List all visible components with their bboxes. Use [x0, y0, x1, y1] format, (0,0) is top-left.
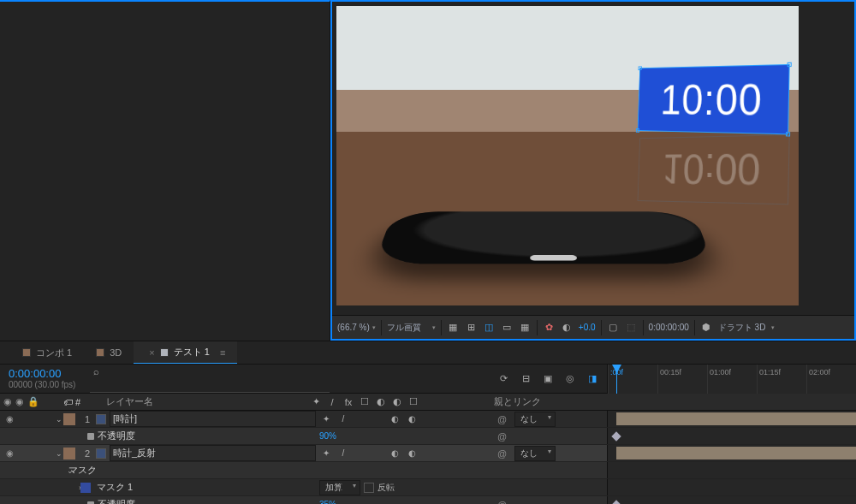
visibility-icon[interactable]: ◉	[3, 413, 15, 425]
layer-color-tag[interactable]	[63, 413, 75, 425]
pickwhip-icon[interactable]: @	[497, 500, 509, 505]
ruler-tick: 02:00f	[806, 365, 856, 394]
property-name: 不透明度	[98, 498, 135, 504]
switch-col-3d[interactable]: ☐	[407, 396, 420, 407]
handle-tl[interactable]	[639, 66, 642, 70]
twirl-right-icon[interactable]: ›	[55, 483, 79, 492]
parent-column[interactable]: 親とリンク	[489, 395, 602, 408]
transparency-icon[interactable]: ▦	[519, 321, 532, 334]
parent-dropdown[interactable]: なし	[514, 446, 556, 461]
exposure-value[interactable]: +0.0	[579, 323, 596, 332]
quality-dropdown[interactable]: フル画質▾	[387, 322, 436, 334]
property-group-row[interactable]: ⌄ マスク	[0, 462, 856, 479]
parent-dropdown[interactable]: なし	[514, 412, 556, 427]
zoom-dropdown[interactable]: (66.7 %)▾	[337, 323, 376, 332]
pickwhip-icon[interactable]: @	[497, 448, 509, 459]
switches-columns: ✦ / fx ☐ ◐ ◐ ☐	[306, 396, 484, 407]
mask-toggle-icon[interactable]: ◫	[483, 321, 496, 334]
preview-image: 10:00 10:00	[336, 6, 799, 305]
switch-col-fx[interactable]: fx	[342, 396, 355, 407]
grid-icon[interactable]: ▦	[447, 321, 460, 334]
mask-mode-dropdown[interactable]: 加算	[319, 480, 360, 495]
handle-tr[interactable]	[788, 62, 792, 67]
preview-canvas[interactable]: 10:00 10:00	[332, 2, 854, 315]
snapshot-icon[interactable]: ▢	[607, 321, 620, 334]
mask-invert-checkbox[interactable]	[364, 483, 374, 493]
column-headers: ◉ ◉ 🔒 🏷 # レイヤー名 ✦ / fx ☐ ◐ ◐ ☐ 親とリンク	[0, 394, 856, 411]
layer-search[interactable]: ⌕	[90, 365, 330, 393]
property-row[interactable]: 不透明度 90% @	[0, 428, 856, 445]
switch-shy[interactable]: ✦	[319, 448, 333, 459]
timeline-tabs: コンポ 1 3D ×テスト 1≡	[0, 341, 856, 365]
layer-row[interactable]: ◉ ⌄ 1 [時計] ✦ / ◐ ◐ @ なし	[0, 411, 856, 428]
mask-row[interactable]: › マスク 1 加算 反転	[0, 479, 856, 496]
lock-column-icon[interactable]: 🔒	[27, 396, 39, 407]
timeline-snap-icon[interactable]: ◨	[585, 371, 600, 387]
switch-collapse[interactable]: /	[336, 413, 350, 424]
tab-comp1[interactable]: コンポ 1	[10, 341, 84, 364]
opacity-value[interactable]: 35%	[319, 500, 336, 504]
comp-layer-icon	[96, 414, 106, 424]
switch-col-moblur[interactable]: ◐	[374, 396, 388, 407]
playhead[interactable]	[616, 365, 617, 394]
solo-column-icon[interactable]: ◉	[15, 396, 24, 407]
keyframe-icon[interactable]	[611, 431, 621, 441]
stopwatch-icon[interactable]	[87, 433, 94, 440]
visibility-icon[interactable]: ◉	[3, 448, 15, 460]
clock-layer[interactable]: 10:00	[638, 64, 790, 134]
handle-bl[interactable]	[636, 128, 639, 133]
opacity-value[interactable]: 90%	[319, 431, 336, 441]
name-column[interactable]: レイヤー名	[89, 395, 300, 408]
ruler-tick: 00:15f	[657, 365, 707, 394]
exposure-reset-icon[interactable]: ◐	[561, 321, 574, 334]
tab-test1[interactable]: ×テスト 1≡	[134, 341, 237, 364]
mask-name[interactable]: マスク 1	[94, 480, 316, 495]
renderer-icon[interactable]: ⬢	[700, 321, 713, 334]
label-column-icon[interactable]: 🏷	[63, 397, 73, 407]
time-ruler[interactable]: :00f 00:15f 01:00f 01:15f 02:00f	[607, 365, 856, 394]
layer-duration-bar[interactable]	[616, 447, 856, 460]
composition-viewer: 10:00 10:00 (66.7 %)▾ フル画質▾ ▦ ⊞ ◫ ▭ ▦	[330, 0, 856, 341]
switch-col-frameblend[interactable]: ☐	[358, 396, 372, 407]
switch-moblur[interactable]: ◐	[388, 448, 401, 459]
switch-shy[interactable]: ✦	[319, 413, 333, 424]
property-row[interactable]: 不透明度 35% @	[0, 496, 856, 504]
frame-blend-icon[interactable]: ⊟	[518, 371, 533, 387]
switch-col-collapse[interactable]: /	[325, 396, 339, 407]
color-mgmt-icon[interactable]: ✿	[543, 321, 556, 334]
keyframe-icon[interactable]	[611, 500, 621, 504]
layer-color-tag[interactable]	[63, 448, 75, 460]
project-panel-area	[0, 0, 330, 341]
layer-name-field[interactable]: 時計_反射	[110, 445, 316, 461]
twirl-down-icon[interactable]: ⌄	[55, 466, 67, 475]
layer-name-field[interactable]: [時計]	[110, 411, 316, 427]
graph-editor-icon[interactable]: ◎	[562, 371, 578, 387]
layer-row[interactable]: ◉ ⌄ 2 時計_反射 ✦ / ◐ ◐ @ なし	[0, 445, 856, 462]
twirl-down-icon[interactable]: ⌄	[55, 415, 63, 424]
guides-icon[interactable]: ⊞	[465, 321, 478, 334]
pickwhip-icon[interactable]: @	[497, 431, 509, 442]
timeline-timecode[interactable]: 0:00:00:00 00000 (30.00 fps)	[0, 365, 90, 393]
switch-col-shy[interactable]: ✦	[309, 396, 323, 407]
region-icon[interactable]: ▭	[501, 321, 514, 334]
switch-collapse[interactable]: /	[336, 448, 350, 459]
switch-adjust[interactable]: ◐	[405, 448, 419, 459]
switch-moblur[interactable]: ◐	[388, 413, 401, 424]
shy-toggle-icon[interactable]: ⟳	[496, 371, 511, 387]
viewer-timecode[interactable]: 0:00:00:00	[649, 323, 689, 332]
viewer-toolbar: (66.7 %)▾ フル画質▾ ▦ ⊞ ◫ ▭ ▦ ✿ ◐ +0.0 ▢ ⬚ 0…	[332, 315, 854, 339]
layer-duration-bar[interactable]	[616, 412, 856, 425]
av-column-icon[interactable]: ◉	[3, 396, 12, 407]
show-snapshot-icon[interactable]: ⬚	[625, 321, 638, 334]
stopwatch-icon[interactable]	[87, 501, 94, 505]
motion-blur-icon[interactable]: ▣	[540, 371, 556, 387]
ruler-tick: 01:00f	[707, 365, 757, 394]
renderer-dropdown[interactable]: ドラフト 3D▾	[718, 322, 776, 334]
twirl-down-icon[interactable]: ⌄	[55, 449, 63, 458]
clock-text: 10:00	[638, 65, 788, 135]
switch-col-adjust[interactable]: ◐	[390, 396, 404, 407]
pickwhip-icon[interactable]: @	[497, 414, 509, 424]
tab-3d[interactable]: 3D	[84, 341, 134, 364]
switch-adjust[interactable]: ◐	[405, 413, 419, 424]
mask-color-icon[interactable]	[80, 483, 91, 493]
